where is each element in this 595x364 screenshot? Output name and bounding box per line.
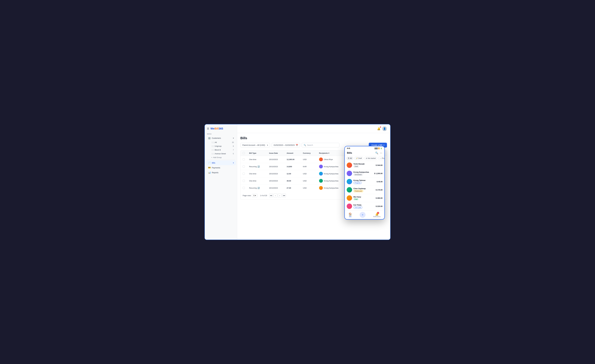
mobile-bill-avatar-5 <box>347 204 352 209</box>
sidebar-item-add-group[interactable]: + Add Group <box>206 156 236 159</box>
mobile-bill-status-3: Partial paid <box>354 190 363 192</box>
mobile-bill-avatar-3 <box>347 187 352 192</box>
page-rows-select[interactable]: 5 ▾ <box>252 194 257 197</box>
bell-wrapper[interactable]: 🔔 <box>377 127 381 130</box>
mobile-notif-label: Notifications <box>373 216 381 217</box>
mobile-time: 9:41 <box>347 147 350 149</box>
avenue-street-icon: ⋮⋮ <box>211 153 215 155</box>
mobile-bill-item[interactable]: Kol Thida Over paid $ 220.00 <box>345 202 384 210</box>
notification-dot <box>380 127 381 128</box>
bill-type-label-1: Recurring <box>249 165 257 168</box>
row-checkbox-1[interactable] <box>243 165 245 168</box>
select-all-checkbox[interactable] <box>243 152 245 154</box>
mobile-bill-info-3: Chen Sopheap Partial paid <box>354 187 374 192</box>
first-page-button[interactable]: ⋘ <box>269 193 273 197</box>
sidebar-item-bills[interactable]: 📄 Bills ▾ <box>206 160 236 165</box>
reports-label: Reports <box>212 172 218 174</box>
recipient-4: Krong Kampuchea <box>319 186 347 190</box>
recurring-icon-4: 🔄 <box>257 187 260 189</box>
sidebar-item-payments[interactable]: 💳 Payments <box>206 165 236 170</box>
bill-type-3: One-time <box>249 180 265 182</box>
next-page-button[interactable]: › <box>278 193 282 197</box>
row-checkbox-0[interactable] <box>243 158 245 160</box>
mobile-bill-item[interactable]: Mut Savy Paid $ 280.00 <box>345 194 384 202</box>
recipient-avatar-1 <box>319 165 323 168</box>
mobile-bill-item[interactable]: Chen Sopheap Partial paid $ 170.00 <box>345 186 384 194</box>
mobile-tab-draft[interactable]: 📝 Draft <box>354 157 363 160</box>
mobile-nav-notifications[interactable]: 🔔 10 Notifications <box>373 213 381 217</box>
bill-type-label-2: One-time <box>249 173 256 175</box>
page-nav: ⋘ ‹ › ⋙ <box>269 193 286 197</box>
row-checkbox-4[interactable] <box>243 187 245 189</box>
rows-chevron-icon: ▾ <box>255 194 256 197</box>
mobile-bill-avatar-4 <box>347 195 352 201</box>
prev-page-button[interactable]: ‹ <box>274 193 277 197</box>
mobile-bill-status-0: Draft <box>354 165 359 168</box>
ungroup-label: Ungroup <box>215 145 221 147</box>
mobile-bill-amount-5: $ 220.00 <box>376 205 382 207</box>
date-range-value: 01/02/2023 – 01/03/2023 <box>274 144 295 146</box>
mobile-bill-amount-3: $ 170.00 <box>376 189 382 191</box>
page-rows-value: 5 <box>254 194 254 197</box>
recipient-name-1: Krong Kampuchea <box>324 165 339 168</box>
currency-1: KHR <box>301 163 317 170</box>
mobile-bill-name-3: Chen Sopheap <box>354 187 374 190</box>
mobile-bill-info-5: Kol Thida Over paid <box>354 204 374 209</box>
issue-date-0: 20/10/2023 <box>267 156 284 163</box>
bill-type-4: Recurring 🔄 <box>249 187 265 189</box>
col-currency: Currency <box>301 150 317 156</box>
mobile-nav-bills[interactable]: 🏠 Bills <box>348 213 352 217</box>
menu-label: MENU <box>205 132 237 136</box>
avenue-street-badge: 5 <box>233 153 234 155</box>
mobile-plus-icon: + <box>362 213 363 217</box>
recipient-name-2: Krong Kampuchea <box>324 173 339 175</box>
mobile-tab-all[interactable]: ☰ All <box>347 157 353 160</box>
sidebar-item-reports[interactable]: 📊 Reports <box>206 170 236 175</box>
mobile-header-icons: 🔍 ⋯ <box>375 151 382 154</box>
sidebar-item-customers[interactable]: 🏢 Customers ▾ <box>206 136 236 140</box>
row-checkbox-2[interactable] <box>243 172 245 175</box>
mobile-bill-name-4: Mut Savy <box>354 196 374 198</box>
account-select[interactable]: Parent Account – All (USD) ▾ <box>240 143 270 147</box>
mobile-bills-nav-icon: 🏠 <box>348 213 352 216</box>
mobile-more-icon[interactable]: ⋯ <box>380 151 382 154</box>
bill-type-0: One-time <box>249 158 265 160</box>
amount-1: 14,800 <box>284 163 301 170</box>
page-rows-label: Page rows <box>243 194 251 197</box>
mobile-bill-item[interactable]: Krong Takmao Progress $ 45.00 <box>345 178 384 186</box>
chevron-down-icon: ▾ <box>233 137 234 139</box>
mobile-add-button[interactable]: + <box>360 212 366 218</box>
mobile-tab-progress[interactable]: ⋯ Progress <box>378 157 384 160</box>
last-page-button[interactable]: ⋙ <box>282 193 286 197</box>
date-range-picker[interactable]: 01/02/2023 – 01/03/2023 📅 <box>272 143 300 147</box>
mobile-search-icon[interactable]: 🔍 <box>375 151 378 154</box>
sidebar-item-block-b[interactable]: ⋮⋮ Block B 7 <box>206 148 236 152</box>
sidebar-item-all[interactable]: ⋮⋮ All 20 <box>206 141 236 144</box>
mobile-bill-avatar-0 <box>347 163 352 168</box>
mobile-bill-info-0: Tonle Basaak Draft <box>354 163 374 168</box>
customers-label: Customers <box>212 137 221 139</box>
mobile-bill-info-4: Mut Savy Paid <box>354 196 374 200</box>
amount-0: 12,365.00 <box>284 156 301 163</box>
block-b-label: Block B <box>215 149 221 151</box>
mobile-tab-not-started[interactable]: ⊘ Not started <box>364 157 377 160</box>
block-b-badge: 7 <box>233 149 234 151</box>
hamburger-menu[interactable]: ☰ <box>207 127 209 130</box>
sidebar-item-avenue-street[interactable]: ⋮⋮ Avenue Street 5 <box>206 152 236 156</box>
currency-3: USD <box>301 177 317 185</box>
mobile-bill-avatar-2 <box>347 179 352 184</box>
mobile-bill-item[interactable]: Krong Kampuchea Scheduled $ 1,200.00 <box>345 169 384 178</box>
mobile-bill-item[interactable]: Tonle Basaak Draft $ 344.00 <box>345 161 384 169</box>
row-checkbox-3[interactable] <box>243 180 245 182</box>
amount-3: 39.00 <box>284 177 301 185</box>
search-input[interactable]: 🔍 Search <box>302 143 340 147</box>
avatar[interactable]: 👤 <box>382 126 387 131</box>
sidebar-item-ungroup[interactable]: ⋮⋮ Ungroup 8 <box>206 144 236 148</box>
create-chevron-icon: ▾ <box>383 144 384 146</box>
recipient-avatar-3 <box>319 179 323 183</box>
recipient-name-0: Olivia Rhye <box>324 158 333 160</box>
currency-2: USD <box>301 170 317 177</box>
mobile-bill-amount-4: $ 280.00 <box>376 197 382 199</box>
ungroup-badge: 8 <box>233 145 234 147</box>
recipient-avatar-4 <box>319 186 323 190</box>
